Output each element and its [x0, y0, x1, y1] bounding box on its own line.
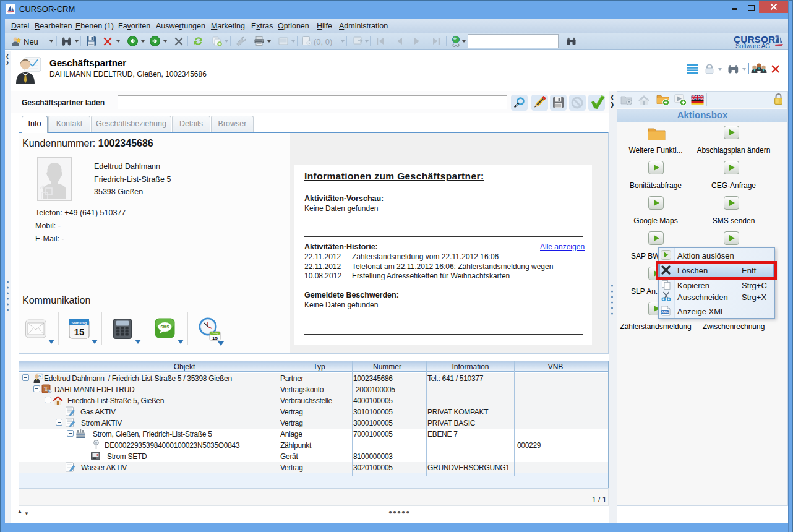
svg-text:XML: XML — [661, 310, 669, 314]
svg-text:15: 15 — [74, 327, 85, 337]
svg-text:15: 15 — [212, 335, 218, 341]
svg-text:SMS: SMS — [160, 325, 169, 329]
svg-text:Samstag: Samstag — [71, 321, 87, 325]
svg-text:Freitag: Freitag — [212, 332, 218, 335]
